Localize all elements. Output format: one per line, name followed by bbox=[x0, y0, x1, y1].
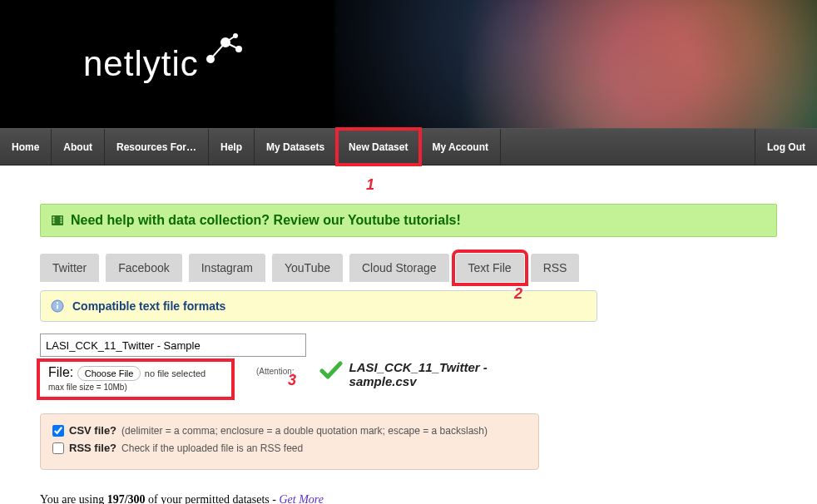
svg-rect-15 bbox=[57, 305, 58, 309]
nav-about[interactable]: About bbox=[52, 129, 105, 165]
tab-twitter[interactable]: Twitter bbox=[40, 254, 99, 282]
annotation-3: 3 bbox=[288, 372, 296, 389]
nav-resources[interactable]: Resources For… bbox=[105, 129, 209, 165]
nav-logout[interactable]: Log Out bbox=[755, 129, 817, 165]
nav-spacer bbox=[501, 129, 755, 165]
file-picker-box: File: Choose File no file selected max f… bbox=[40, 362, 231, 397]
selected-file-name: LASI_CCK_11_Twitter - sample.csv bbox=[349, 360, 508, 388]
svg-rect-13 bbox=[61, 222, 62, 224]
choose-file-button[interactable]: Choose File bbox=[77, 366, 141, 381]
dataset-name-input[interactable]: LASI_CCK_11_Twitter - Sample bbox=[40, 334, 306, 357]
nav-my-account[interactable]: My Account bbox=[420, 129, 501, 165]
usage-count: 197/300 bbox=[107, 493, 146, 504]
page-body: Need help with data collection? Review o… bbox=[0, 166, 817, 504]
csv-hint: (delimiter = a comma; enclosure = a doub… bbox=[121, 425, 488, 437]
svg-point-4 bbox=[220, 37, 230, 47]
max-size-text: max file size = 10Mb) bbox=[48, 383, 223, 392]
nav-new-dataset[interactable]: New Dataset bbox=[337, 129, 420, 165]
tab-cloud-storage[interactable]: Cloud Storage bbox=[349, 254, 449, 282]
usage-line: You are using 197/300 of your permitted … bbox=[40, 493, 777, 504]
app-logo: netlytic bbox=[83, 44, 245, 84]
usage-middle: of your permitted datasets - bbox=[146, 493, 280, 504]
no-file-text: no file selected bbox=[145, 368, 205, 378]
logo-nodes-icon bbox=[202, 32, 244, 66]
info-box-text[interactable]: Compatible text file formats bbox=[72, 299, 225, 313]
nav-help[interactable]: Help bbox=[209, 129, 255, 165]
svg-rect-8 bbox=[53, 217, 55, 219]
header-banner: netlytic bbox=[0, 0, 817, 128]
rss-label: RSS file? bbox=[69, 442, 116, 454]
rss-hint: Check if the uploaded file is an RSS fee… bbox=[121, 442, 303, 454]
rss-checkbox[interactable] bbox=[52, 442, 64, 454]
help-banner: Need help with data collection? Review o… bbox=[40, 204, 777, 237]
checkmark-icon bbox=[319, 360, 343, 380]
tabs-row: Twitter Facebook Instagram YouTube Cloud… bbox=[40, 254, 777, 282]
usage-prefix: You are using bbox=[40, 493, 107, 504]
annotation-2: 2 bbox=[514, 285, 522, 303]
film-icon bbox=[51, 214, 64, 227]
nav-my-datasets[interactable]: My Datasets bbox=[255, 129, 337, 165]
selected-file-area: LASI_CCK_11_Twitter - sample.csv bbox=[319, 360, 508, 388]
tab-text-file[interactable]: Text File bbox=[456, 254, 524, 282]
csv-label: CSV file? bbox=[69, 424, 116, 437]
svg-point-5 bbox=[235, 46, 242, 52]
file-label: File: bbox=[48, 365, 73, 379]
svg-rect-12 bbox=[61, 220, 62, 221]
svg-point-16 bbox=[57, 302, 58, 304]
svg-rect-11 bbox=[61, 217, 62, 219]
nav-home[interactable]: Home bbox=[0, 129, 52, 165]
csv-checkbox[interactable] bbox=[52, 425, 64, 437]
csv-option-row: CSV file? (delimiter = a comma; enclosur… bbox=[52, 424, 527, 437]
annotation-1: 1 bbox=[366, 176, 374, 194]
tab-rss[interactable]: RSS bbox=[531, 254, 580, 282]
logo-text: netlytic bbox=[83, 44, 199, 84]
svg-rect-10 bbox=[53, 222, 55, 224]
svg-point-6 bbox=[233, 33, 238, 38]
svg-point-3 bbox=[206, 55, 215, 63]
tab-youtube[interactable]: YouTube bbox=[272, 254, 343, 282]
tab-facebook[interactable]: Facebook bbox=[106, 254, 181, 282]
svg-rect-9 bbox=[53, 220, 55, 221]
help-banner-link[interactable]: Need help with data collection? Review o… bbox=[71, 213, 461, 228]
main-nav: Home About Resources For… Help My Datase… bbox=[0, 128, 817, 166]
rss-option-row: RSS file? Check if the uploaded file is … bbox=[52, 442, 527, 454]
get-more-link[interactable]: Get More bbox=[279, 493, 324, 504]
info-icon bbox=[51, 299, 64, 313]
file-options-box: CSV file? (delimiter = a comma; enclosur… bbox=[40, 413, 539, 470]
tab-instagram[interactable]: Instagram bbox=[189, 254, 265, 282]
file-row: File: Choose File no file selected max f… bbox=[40, 362, 777, 397]
